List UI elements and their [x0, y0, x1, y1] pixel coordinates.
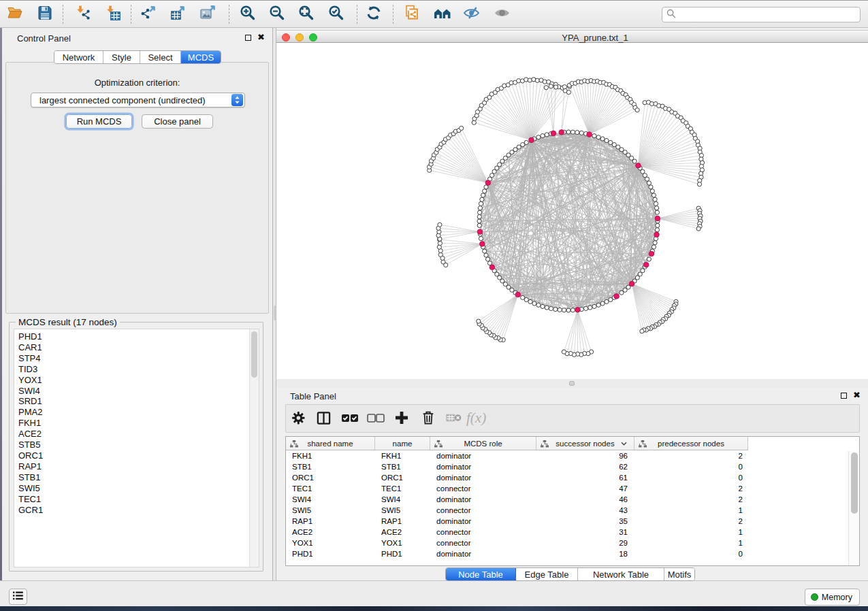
- network-window-titlebar: YPA_prune.txt_1: [276, 30, 868, 43]
- delete-table-icon: [445, 412, 462, 426]
- minimize-window-icon[interactable]: [295, 33, 304, 42]
- tab-node-table[interactable]: Node Table: [446, 568, 516, 580]
- memory-button[interactable]: Memory: [805, 589, 860, 606]
- float-table-panel-icon[interactable]: [841, 393, 847, 399]
- delete-columns-icon: [421, 410, 435, 428]
- mcds-result-item[interactable]: GCR1: [18, 505, 259, 516]
- tab-edge-table[interactable]: Edge Table: [516, 568, 578, 580]
- table-row[interactable]: STB1STB1dominator620: [286, 461, 859, 472]
- zoom-selected-button[interactable]: [323, 3, 350, 25]
- export-network-button[interactable]: [135, 3, 162, 25]
- new-network-from-selection-icon: [404, 5, 421, 24]
- first-neighbors-button[interactable]: [428, 3, 455, 25]
- table-row[interactable]: YOX1YOX1connector291: [286, 538, 859, 548]
- table-scrollbar[interactable]: [848, 451, 858, 565]
- vertical-splitter-handle[interactable]: [274, 306, 276, 320]
- close-table-panel-icon[interactable]: ✖: [853, 392, 861, 399]
- table-row[interactable]: RAP1RAP1dominator352: [286, 516, 859, 527]
- float-panel-icon[interactable]: [245, 35, 251, 41]
- mcds-result-item[interactable]: STP4: [18, 353, 259, 364]
- cell-shared-name: TEC1: [286, 483, 375, 494]
- column-header-predecessor-nodes[interactable]: predecessor nodes: [634, 437, 748, 450]
- close-panel-button[interactable]: Close panel: [142, 114, 213, 129]
- table-row[interactable]: FKH1FKH1dominator962: [286, 450, 859, 461]
- table-toolbar: f(x): [285, 404, 860, 433]
- column-header-name[interactable]: name: [375, 437, 430, 450]
- import-network-button[interactable]: [69, 3, 97, 25]
- mcds-result-item[interactable]: TEC1: [18, 494, 259, 505]
- table-row[interactable]: TEC1TEC1connector472: [286, 483, 859, 494]
- mcds-result-item[interactable]: CAR1: [18, 342, 259, 353]
- table-row[interactable]: SWI4SWI4dominator462: [286, 494, 859, 505]
- save-session-button[interactable]: [31, 3, 59, 25]
- table-row[interactable]: ACE2ACE2connector311: [286, 527, 859, 538]
- delete-columns-button[interactable]: [417, 408, 439, 430]
- toggle-panes-button[interactable]: [312, 408, 334, 430]
- create-column-button[interactable]: [391, 408, 413, 430]
- column-label: predecessor nodes: [658, 440, 724, 448]
- network-canvas[interactable]: [276, 43, 868, 379]
- hide-all-columns-button[interactable]: [365, 408, 387, 430]
- show-panels-button[interactable]: [9, 589, 27, 605]
- maximize-window-icon[interactable]: [309, 33, 317, 42]
- criterion-dropdown[interactable]: largest connected component (undirected): [31, 93, 245, 108]
- mcds-result-list[interactable]: PHD1CAR1STP4TID3YOX1SWI4SRD1PMA2FKH1ACE2…: [14, 329, 259, 567]
- close-window-icon[interactable]: [282, 33, 290, 42]
- zoom-out-button[interactable]: [263, 3, 291, 25]
- tab-network-table[interactable]: Network Table: [578, 568, 664, 580]
- column-header-shared-name[interactable]: shared name: [286, 437, 375, 450]
- close-panel-icon[interactable]: ✖: [257, 34, 265, 41]
- mcds-result-title: MCDS result (17 nodes): [16, 317, 120, 327]
- open-file-button[interactable]: [1, 3, 29, 25]
- table-row[interactable]: SWI5SWI5connector431: [286, 505, 859, 516]
- mcds-result-item[interactable]: SWI5: [18, 483, 259, 494]
- run-mcds-button[interactable]: Run MCDS: [66, 114, 132, 129]
- mcds-result-item[interactable]: RAP1: [18, 461, 259, 472]
- mcds-result-item[interactable]: FKH1: [18, 418, 259, 429]
- cell-name: PHD1: [375, 548, 430, 559]
- mcds-result-item[interactable]: ORC1: [18, 450, 259, 461]
- cell-successor-nodes: 29: [536, 538, 634, 548]
- import-table-button[interactable]: [99, 3, 127, 25]
- table-row[interactable]: PHD1PHD1dominator180: [286, 548, 859, 559]
- search-input[interactable]: [679, 10, 856, 20]
- mcds-result-item[interactable]: YOX1: [18, 375, 259, 386]
- mcds-result-item[interactable]: STB5: [18, 440, 259, 450]
- apply-layout-button[interactable]: [360, 3, 387, 25]
- cell-name: FKH1: [375, 450, 430, 461]
- show-all-columns-button[interactable]: [339, 408, 361, 430]
- column-header-successor-nodes[interactable]: successor nodes: [536, 437, 634, 450]
- network-graph[interactable]: [276, 43, 868, 379]
- mcds-result-item[interactable]: PMA2: [18, 407, 259, 418]
- mcds-result-item[interactable]: TID3: [18, 364, 259, 375]
- search-box: [662, 7, 861, 22]
- horizontal-splitter-handle[interactable]: [569, 381, 575, 386]
- mcds-result-item[interactable]: ACE2: [18, 429, 259, 440]
- mcds-result-item[interactable]: PHD1: [18, 331, 259, 342]
- result-scrollbar[interactable]: [249, 329, 259, 567]
- mcds-result-item[interactable]: SWI4: [18, 386, 259, 397]
- result-scrollbar-thumb[interactable]: [251, 331, 257, 378]
- horizontal-splitter[interactable]: [276, 379, 868, 388]
- mcds-result-item[interactable]: STB1: [18, 472, 259, 483]
- table-row[interactable]: ORC1ORC1dominator610: [286, 472, 859, 483]
- new-network-from-selection-button[interactable]: [399, 3, 426, 25]
- show-all-button[interactable]: [488, 3, 515, 25]
- tab-mcds[interactable]: MCDS: [181, 51, 221, 63]
- cell-shared-name: FKH1: [286, 450, 375, 461]
- export-table-button[interactable]: [165, 3, 192, 25]
- tab-motifs[interactable]: Motifs: [664, 568, 694, 580]
- hide-selected-button[interactable]: [457, 3, 485, 25]
- import-network-icon: [75, 5, 91, 24]
- tab-select[interactable]: Select: [140, 51, 181, 63]
- cell-predecessor-nodes: 1: [634, 538, 748, 548]
- tab-network[interactable]: Network: [54, 51, 103, 63]
- table-settings-button[interactable]: [287, 408, 309, 430]
- mcds-result-item[interactable]: SRD1: [18, 396, 259, 407]
- table-scrollbar-thumb[interactable]: [851, 452, 858, 514]
- column-header-MCDS-role[interactable]: MCDS role: [430, 437, 536, 450]
- zoom-fit-content-button[interactable]: [293, 3, 320, 25]
- tab-style[interactable]: Style: [103, 51, 140, 63]
- zoom-in-button[interactable]: [234, 3, 261, 25]
- export-image-button[interactable]: [195, 3, 222, 25]
